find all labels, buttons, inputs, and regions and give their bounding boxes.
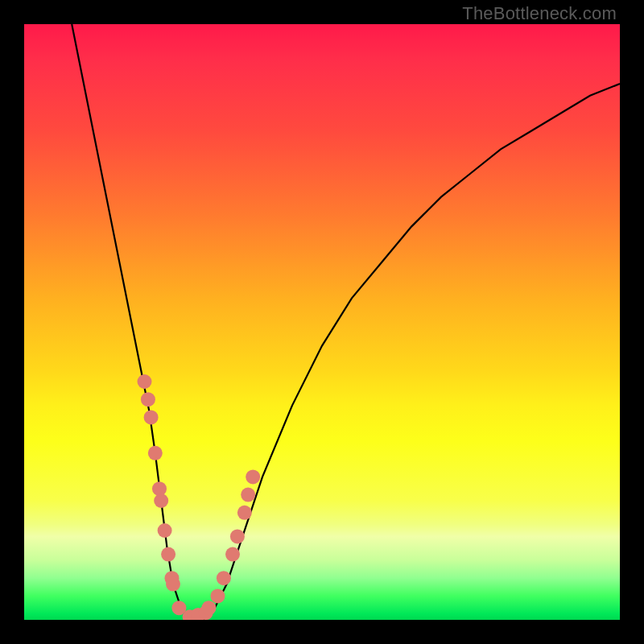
highlight-dot — [166, 577, 180, 592]
highlight-dot — [138, 374, 152, 389]
bottleneck-curve — [72, 24, 620, 620]
highlight-dot — [158, 523, 172, 538]
chart-frame: TheBottleneck.com — [0, 0, 644, 644]
highlight-dot — [217, 571, 231, 585]
plot-area — [24, 24, 620, 620]
chart-svg — [24, 24, 620, 620]
highlight-dots — [138, 374, 261, 620]
highlight-dot — [211, 588, 225, 603]
highlight-dot — [241, 488, 255, 502]
highlight-dot — [161, 547, 175, 562]
watermark-text: TheBottleneck.com — [462, 3, 617, 24]
highlight-dot — [144, 410, 159, 424]
highlight-dot — [237, 506, 252, 520]
highlight-dot — [201, 601, 216, 615]
highlight-dot — [148, 446, 163, 460]
highlight-dot — [141, 392, 155, 407]
highlight-dot — [225, 547, 240, 562]
highlight-dot — [246, 469, 260, 484]
highlight-dot — [154, 493, 168, 508]
highlight-dot — [230, 529, 245, 543]
